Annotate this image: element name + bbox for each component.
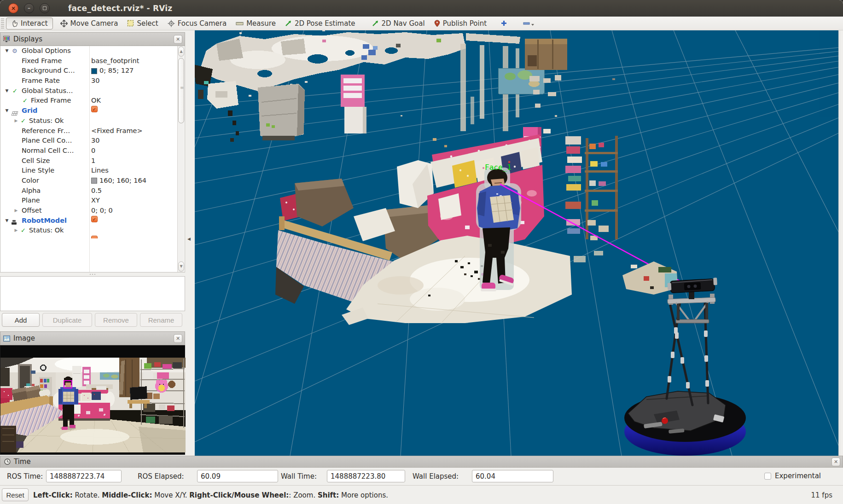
interact-tool-label: Interact bbox=[21, 19, 48, 28]
experimental-checkbox[interactable] bbox=[764, 473, 771, 480]
displays-close-button[interactable]: ✕ bbox=[174, 35, 182, 44]
displays-tree[interactable]: ▼ ⚙ Global Options Fixed Frame base_foot… bbox=[0, 46, 185, 272]
expander-closed-icon[interactable]: ▶ bbox=[13, 116, 19, 126]
displays-panel-title: Displays bbox=[13, 35, 42, 43]
tree-row-fixed-frame[interactable]: Fixed Frame base_footprint bbox=[0, 56, 185, 66]
expander-open-icon[interactable]: ▼ bbox=[4, 106, 10, 116]
green-arrow-icon bbox=[372, 20, 379, 27]
tree-row-offset[interactable]: ▶ Offset 0; 0; 0 bbox=[0, 206, 185, 216]
face-label: Face_1 bbox=[485, 163, 512, 172]
tree-row-cell-size[interactable]: Cell Size 1 bbox=[0, 156, 185, 166]
status-ok-check-icon: ✓ bbox=[21, 226, 26, 236]
selection-box-icon bbox=[127, 20, 134, 27]
tree-scrollbar[interactable]: ▲ ▼ bbox=[177, 46, 184, 272]
scroll-down-button[interactable]: ▼ bbox=[178, 261, 184, 272]
clipped-checkbox bbox=[91, 236, 98, 238]
nav-goal-tool-button[interactable]: 2D Nav Goal bbox=[367, 18, 430, 29]
expander-open-icon[interactable]: ▼ bbox=[4, 86, 10, 96]
minus-icon bbox=[523, 22, 530, 25]
maximize-window-button[interactable] bbox=[40, 3, 50, 13]
ros-elapsed-input[interactable] bbox=[197, 470, 278, 482]
tree-row-normal-cell-count[interactable]: Normal Cell C… 0 bbox=[0, 146, 185, 156]
tree-row-global-status[interactable]: ▼ ✓ Global Status… bbox=[0, 86, 185, 96]
tree-row-alpha[interactable]: Alpha 0.5 bbox=[0, 186, 185, 196]
publish-point-tool-button[interactable]: Publish Point bbox=[430, 18, 491, 29]
robot-model-enabled-checkbox[interactable]: ✓ bbox=[91, 216, 98, 222]
focus-camera-tool-button[interactable]: Focus Camera bbox=[163, 18, 231, 29]
expander-closed-icon[interactable]: ▶ bbox=[13, 226, 19, 236]
3d-viewport[interactable]: Face_1 bbox=[195, 30, 841, 456]
tree-row-plane-cell-count[interactable]: Plane Cell Co… 30 bbox=[0, 136, 185, 146]
panel-splitter-handle[interactable] bbox=[0, 272, 185, 276]
tree-row-background-color[interactable]: Background C… 0; 85; 127 bbox=[0, 66, 185, 76]
select-tool-label: Select bbox=[137, 19, 158, 28]
map-pin-icon bbox=[434, 20, 440, 27]
reset-button[interactable]: Reset bbox=[2, 488, 29, 501]
image-icon bbox=[3, 336, 10, 342]
tree-row-line-style[interactable]: Line Style Lines bbox=[0, 166, 185, 176]
close-window-button[interactable]: × bbox=[8, 3, 18, 13]
crosshair-icon bbox=[168, 20, 175, 27]
3d-scene: Face_1 bbox=[195, 30, 841, 456]
tree-row-global-options[interactable]: ▼ ⚙ Global Options bbox=[0, 46, 185, 56]
add-tool-button[interactable] bbox=[497, 18, 511, 28]
time-fields-row: ROS Time: ROS Elapsed: Wall Time: Wall E… bbox=[0, 468, 843, 485]
main-area: Displays ✕ ▼ ⚙ Global Options Fixed Fram… bbox=[0, 30, 843, 456]
right-dock-splitter[interactable] bbox=[838, 30, 841, 456]
statusbar: Reset Left-Click: Rotate. Middle-Click: … bbox=[0, 485, 843, 504]
camera-image-view bbox=[0, 345, 185, 455]
time-panel-title: Time bbox=[14, 458, 31, 466]
tree-row-frame-rate[interactable]: Frame Rate 30 bbox=[0, 76, 185, 86]
tree-row-robot-status[interactable]: ▶ ✓ Status: Ok bbox=[0, 226, 185, 236]
wall-time-input[interactable] bbox=[327, 470, 405, 482]
tree-row-robot-model[interactable]: ▼ RobotModel ✓ bbox=[0, 216, 185, 226]
image-panel-title: Image bbox=[13, 334, 35, 342]
grid-enabled-checkbox[interactable]: ✓ bbox=[91, 106, 98, 112]
clock-icon bbox=[4, 458, 11, 465]
move-icon bbox=[60, 20, 68, 27]
time-panel: Time ✕ ROS Time: ROS Elapsed: Wall Time:… bbox=[0, 456, 843, 485]
time-close-button[interactable]: ✕ bbox=[831, 458, 840, 466]
interact-tool-button[interactable]: Interact bbox=[6, 17, 53, 29]
expander-open-icon[interactable]: ▼ bbox=[4, 46, 10, 56]
image-panel-header[interactable]: Image ✕ bbox=[0, 331, 185, 345]
scroll-up-button[interactable]: ▲ bbox=[178, 46, 184, 57]
tree-row-color[interactable]: Color 160; 160; 164 bbox=[0, 176, 185, 186]
expander-open-icon[interactable]: ▼ bbox=[4, 216, 10, 226]
fps-counter: 11 fps bbox=[811, 491, 832, 499]
tree-row-fixed-frame-status[interactable]: ✓ Fixed Frame OK bbox=[0, 96, 185, 106]
tree-row-clipped[interactable] bbox=[0, 236, 185, 238]
splitter-collapse-arrow[interactable]: ◀ bbox=[187, 237, 191, 241]
image-close-button[interactable]: ✕ bbox=[174, 334, 182, 343]
select-tool-button[interactable]: Select bbox=[122, 18, 163, 29]
add-display-button[interactable]: Add bbox=[2, 313, 40, 327]
toolbar-drag-handle[interactable] bbox=[1, 18, 4, 29]
scrollbar-thumb[interactable] bbox=[178, 58, 184, 123]
plus-icon bbox=[500, 20, 507, 27]
pose-estimate-tool-button[interactable]: 2D Pose Estimate bbox=[280, 18, 360, 29]
mouse-hint-text: Left-Click: Rotate. Middle-Click: Move X… bbox=[33, 491, 388, 499]
rename-display-button[interactable]: Rename bbox=[140, 313, 182, 327]
toolbar: Interact Move Camera Select Focus Camera… bbox=[0, 17, 843, 30]
wall-elapsed-input[interactable] bbox=[472, 470, 553, 482]
remove-tool-button[interactable] bbox=[519, 19, 538, 28]
tree-row-grid-status[interactable]: ▶ ✓ Status: Ok bbox=[0, 116, 185, 126]
ros-time-input[interactable] bbox=[46, 470, 122, 482]
status-ok-check-icon: ✓ bbox=[23, 96, 28, 106]
expander-closed-icon[interactable]: ▶ bbox=[13, 206, 19, 216]
duplicate-display-button[interactable]: Duplicate bbox=[42, 313, 92, 327]
minimize-window-button[interactable]: – bbox=[24, 3, 34, 13]
tree-row-plane[interactable]: Plane XY bbox=[0, 196, 185, 206]
move-camera-tool-button[interactable]: Move Camera bbox=[56, 18, 123, 29]
measure-tool-button[interactable]: Measure bbox=[231, 18, 280, 29]
rviz-window: × – face_detect.rviz* - RViz Interact Mo… bbox=[0, 0, 843, 504]
ros-time-label: ROS Time: bbox=[7, 472, 43, 481]
property-help-pane bbox=[0, 276, 185, 311]
remove-display-button[interactable]: Remove bbox=[95, 313, 137, 327]
tree-row-reference-frame[interactable]: Reference Fr… <Fixed Frame> bbox=[0, 126, 185, 136]
displays-panel-header[interactable]: Displays ✕ bbox=[0, 32, 185, 46]
time-panel-header[interactable]: Time ✕ bbox=[0, 456, 843, 468]
window-title: face_detect.rviz* - RViz bbox=[68, 4, 172, 13]
tree-row-grid[interactable]: ▼ Grid ✓ bbox=[0, 106, 185, 116]
color-swatch bbox=[91, 178, 97, 184]
